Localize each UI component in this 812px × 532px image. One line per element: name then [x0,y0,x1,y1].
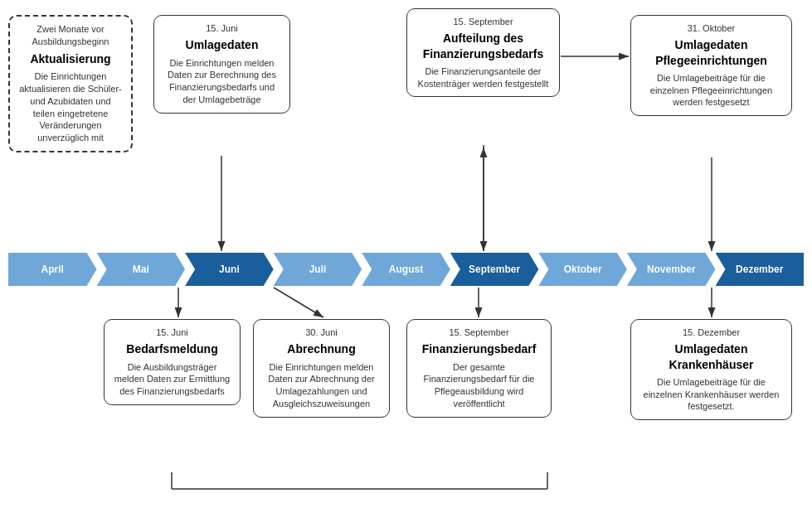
card-bedarfsmeldung-desc: Die Ausbildungsträger melden Daten zur E… [113,361,231,399]
card-abrechnung-title: Abrechnung [262,341,381,356]
card-finanzierungsbedarf-desc: Der gesamte Finanzierungsbedarf für die … [416,361,542,410]
timeline-month-juni: Juni [185,253,274,286]
card-aktualisierung-pretitle: Zwei Monate vor Ausbildungsbeginn [18,23,123,49]
card-aktualisierung-desc: Die Einrichtungen aktualisieren die Schü… [18,70,123,144]
card-umlagedaten-okt: 31. Oktober Umlagedaten Pflegeeinrichtun… [630,15,792,116]
diagram: Zwei Monate vor Ausbildungsbeginn Aktual… [0,0,812,532]
card-umlagedaten-dez-date: 15. Dezember [639,326,783,339]
card-aktualisierung-title: Aktualisierung [18,51,123,66]
card-umlagedaten-juni-date: 15. Juni [163,22,281,35]
card-finanzierungsbedarf: 15. September Finanzierungsbedarf Der ge… [406,319,552,418]
timeline: AprilMaiJuniJuliAugustSeptemberOktoberNo… [8,253,804,286]
card-finanzierungsbedarf-title: Finanzierungsbedarf [416,341,542,356]
card-umlagedaten-dez: 15. Dezember Umlagedaten Krankenhäuser D… [630,319,792,420]
card-aufteilung-date: 15. September [416,16,551,28]
card-umlagedaten-juni-title: Umlagedaten [163,37,281,52]
card-aktualisierung: Zwei Monate vor Ausbildungsbeginn Aktual… [8,15,133,152]
card-umlagedaten-juni-desc: Die Einrichtungen melden Daten zur Berec… [163,57,281,106]
card-abrechnung: 30. Juni Abrechnung Die Einrichtungen me… [253,319,390,418]
card-bedarfsmeldung-date: 15. Juni [113,326,231,339]
timeline-month-august: August [362,253,450,286]
timeline-month-mai: Mai [97,253,186,286]
timeline-month-dezember: Dezember [716,253,805,286]
timeline-month-september: September [450,253,539,286]
card-bedarfsmeldung-title: Bedarfsmeldung [113,341,231,356]
card-aufteilung: 15. September Aufteilung des Finanzierun… [406,8,560,97]
svg-line-7 [274,288,323,317]
card-aufteilung-desc: Die Finanzierungsanteile der Kostenträge… [416,65,551,90]
timeline-month-juli: Juli [274,253,362,286]
card-finanzierungsbedarf-date: 15. September [416,326,542,339]
card-umlagedaten-okt-desc: Die Umlagebeiträge für die einzelnen Pfl… [639,72,783,109]
card-bedarfsmeldung: 15. Juni Bedarfsmeldung Die Ausbildungst… [104,319,241,405]
card-aufteilung-title: Aufteilung des Finanzierungsbedarfs [416,31,551,60]
card-umlagedaten-dez-desc: Die Umlagebeiträge für die einzelnen Kra… [639,376,783,414]
timeline-month-april: April [8,253,97,286]
card-abrechnung-date: 30. Juni [262,326,381,339]
timeline-month-oktober: Oktober [538,253,627,286]
card-umlagedaten-juni: 15. Juni Umlagedaten Die Einrichtungen m… [153,15,290,114]
card-umlagedaten-dez-title: Umlagedaten Krankenhäuser [639,341,783,371]
card-umlagedaten-okt-title: Umlagedaten Pflegeeinrichtungen [639,37,783,67]
card-abrechnung-desc: Die Einrichtungen melden Daten zur Abrec… [262,361,381,410]
card-umlagedaten-okt-date: 31. Oktober [639,22,783,35]
timeline-month-november: November [627,253,716,286]
